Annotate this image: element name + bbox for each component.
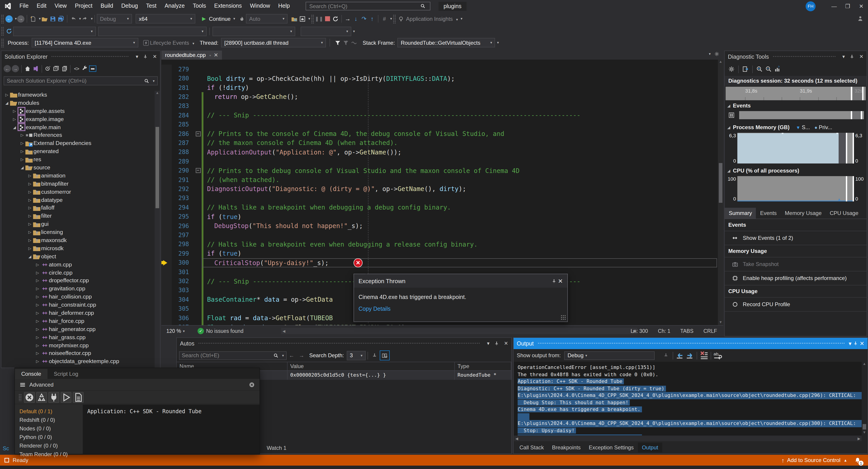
- breakpoint-margin[interactable]: [161, 65, 172, 74]
- breakpoint-margin[interactable]: [161, 286, 172, 295]
- tree-item-modules[interactable]: ◢modules: [1, 99, 155, 107]
- collapsed-arrow-icon[interactable]: ▷: [27, 214, 33, 219]
- tab-pin-icon[interactable]: ◦: [209, 53, 211, 58]
- prev-message-icon[interactable]: [675, 350, 685, 360]
- lifecycle-events-select[interactable]: Lifecycle Events ▾: [150, 39, 194, 46]
- breakpoint-margin[interactable]: [161, 157, 172, 166]
- code-line-298[interactable]: 298// Halts like a breakpoint even when …: [161, 240, 723, 249]
- code-line-289[interactable]: 289: [161, 157, 723, 166]
- action-show-events-1-of-2[interactable]: Show Events (1 of 2): [725, 231, 867, 245]
- close-button[interactable]: ✕: [855, 3, 868, 9]
- console-tab-script-log[interactable]: Script Log: [48, 369, 85, 379]
- breakpoint-margin[interactable]: [161, 267, 172, 277]
- application-insights-select[interactable]: Application Insights ▾: [406, 15, 458, 22]
- chevron-down-icon[interactable]: ▾: [487, 340, 490, 346]
- breakpoint-margin[interactable]: [161, 147, 172, 157]
- collapsed-arrow-icon[interactable]: ▷: [27, 206, 33, 210]
- cpu-chart[interactable]: [737, 176, 854, 201]
- empty-combo-4[interactable]: ▾: [301, 26, 351, 36]
- tree-item-gui[interactable]: ▷gui: [1, 220, 155, 228]
- properties-wrench-icon[interactable]: [81, 65, 89, 73]
- collapsed-arrow-icon[interactable]: ▷: [35, 351, 40, 356]
- collapsed-arrow-icon[interactable]: ▷: [35, 262, 40, 267]
- tree-item-example-image[interactable]: ▷example.image: [1, 115, 155, 123]
- funnel-icon[interactable]: [334, 39, 342, 47]
- resize-grip[interactable]: [561, 315, 566, 320]
- thread-select[interactable]: [28900] ucrtbase.dll thread▾: [221, 38, 326, 47]
- memory-chip-icon[interactable]: [731, 274, 739, 282]
- pin-message-icon[interactable]: [661, 350, 671, 360]
- undo-icon[interactable]: [69, 15, 77, 23]
- platform-select[interactable]: x64▾: [135, 14, 195, 24]
- collapsed-arrow-icon[interactable]: ▷: [20, 133, 25, 137]
- tree-item-frameworks[interactable]: ▷frameworks: [1, 91, 155, 99]
- editor-horizontal-scrollbar[interactable]: ◀▶: [281, 328, 638, 334]
- empty-combo-3[interactable]: ▾: [213, 26, 295, 36]
- output-vertical-scrollbar[interactable]: ▲ ▼: [862, 362, 867, 435]
- tree-item-generated[interactable]: ▷generated: [1, 147, 155, 155]
- tab-roundedtube[interactable]: roundedtube.cpp ◦ ✕: [161, 51, 222, 60]
- format-columns-icon[interactable]: ab: [379, 350, 390, 360]
- breakpoint-margin[interactable]: [161, 101, 172, 111]
- menu-tools[interactable]: Tools: [189, 0, 210, 12]
- breakpoint-margin[interactable]: [161, 203, 172, 212]
- home-icon[interactable]: [24, 65, 32, 73]
- tree-item-example-main[interactable]: ◢example.main: [1, 123, 155, 131]
- expanded-arrow-icon[interactable]: ◢: [20, 165, 25, 170]
- view-code-icon[interactable]: <>: [72, 65, 81, 73]
- section-cpu-usage[interactable]: CPU Usage: [725, 286, 867, 298]
- menu-test[interactable]: Test: [142, 0, 160, 12]
- tree-item-animation[interactable]: ▷animation: [1, 172, 155, 180]
- tab-exception-settings[interactable]: Exception Settings: [585, 443, 638, 453]
- breakpoint-margin[interactable]: [161, 249, 172, 258]
- advanced-label[interactable]: Advanced: [29, 381, 54, 388]
- action-record-cpu-profile[interactable]: Record CPU Profile: [725, 298, 867, 312]
- chart-options-icon[interactable]: ?: [774, 65, 782, 73]
- column-type[interactable]: Type: [455, 362, 511, 370]
- search-depth-select[interactable]: 3▾: [346, 351, 366, 360]
- close-icon[interactable]: ✕: [860, 340, 864, 347]
- word-wrap-icon[interactable]: ab: [713, 350, 723, 360]
- expanded-arrow-icon[interactable]: ◢: [4, 101, 9, 105]
- console-tab-console[interactable]: Console: [15, 369, 48, 379]
- code-line-280[interactable]: 280Bool dirty = op->CheckCache(hh) || op…: [161, 74, 723, 83]
- breakpoint-margin[interactable]: [161, 138, 172, 148]
- search-icon[interactable]: [272, 351, 280, 360]
- pin-icon[interactable]: [142, 53, 150, 61]
- breakpoint-margin[interactable]: [161, 83, 172, 92]
- collapsed-arrow-icon[interactable]: ▷: [27, 181, 33, 186]
- column-value[interactable]: Value: [287, 362, 455, 370]
- breakpoint-margin[interactable]: [161, 323, 172, 325]
- bolt-icon[interactable]: [142, 39, 150, 47]
- breakpoint-margin[interactable]: [161, 277, 172, 286]
- menu-edit[interactable]: Edit: [33, 0, 51, 12]
- code-line-293[interactable]: 293: [161, 194, 723, 203]
- stack-frame-select[interactable]: RoundedTube::GetVirtualObjects▾: [398, 38, 495, 47]
- avatar[interactable]: FH: [806, 1, 815, 11]
- code-line-297[interactable]: 297: [161, 231, 723, 240]
- tree-item-filter[interactable]: ▷filter: [1, 212, 155, 220]
- step-over-icon[interactable]: ↷: [360, 15, 368, 23]
- output-horizontal-scrollbar[interactable]: ◀▶: [514, 436, 862, 441]
- tree-item-hair-grass-cpp[interactable]: ▷++hair_grass.cpp: [1, 333, 155, 341]
- exception-popup-title[interactable]: Exception Thrown ✕: [354, 274, 567, 288]
- empty-combo-1[interactable]: ▾: [13, 26, 96, 36]
- breakpoint-margin[interactable]: [161, 212, 172, 221]
- tree-item-source[interactable]: ◢source: [1, 164, 155, 172]
- empty-combo-2[interactable]: ▾: [98, 26, 207, 36]
- redo-icon[interactable]: [81, 15, 89, 23]
- collapsed-arrow-icon[interactable]: ▷: [35, 343, 40, 347]
- close-icon[interactable]: ✕: [558, 277, 563, 284]
- folder-search-icon[interactable]: [290, 15, 298, 23]
- code-line-300[interactable]: 300CriticalStop("Upsy-daisy!"_s);✕: [161, 258, 723, 267]
- collapsed-arrow-icon[interactable]: ▷: [35, 327, 40, 332]
- step-into-icon[interactable]: ↓: [352, 15, 360, 23]
- continue-button[interactable]: ▶Continue▾: [200, 15, 235, 23]
- output-log[interactable]: OperationCancelledError [asset_impl.cpp(…: [514, 362, 862, 435]
- collapsed-arrow-icon[interactable]: ▷: [27, 230, 33, 234]
- search-input[interactable]: Search (Ctrl+Q): [306, 2, 430, 10]
- hamburger-menu-icon[interactable]: [19, 380, 27, 389]
- exception-thrown-icon[interactable]: ✕: [353, 258, 363, 267]
- memory-section-header[interactable]: ◢Process Memory (GB) ▼ S... ● Priv...: [725, 122, 867, 133]
- run-script-button[interactable]: [61, 392, 71, 403]
